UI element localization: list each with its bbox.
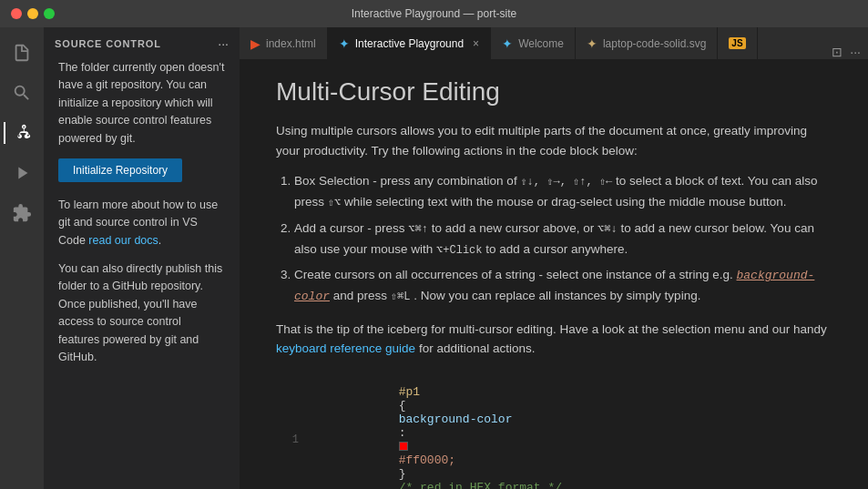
color-swatch-red [399,442,408,451]
code-line-1: 1 #p1 { background-color : #ff0000; } /*… [276,370,832,489]
run-icon[interactable] [4,155,40,191]
maximize-button[interactable] [44,8,55,19]
sidebar-publish-text: You can also directly publish this folde… [58,260,225,366]
doc-title: Multi-Cursor Editing [276,77,832,107]
tab-welcome-label: Welcome [518,37,564,50]
tab-interactive-playground[interactable]: ✦ Interactive Playground × [328,27,491,59]
sidebar-header: SOURCE CONTROL ··· [44,27,240,59]
sidebar-repo-text: The folder currently open doesn't have a… [58,59,225,148]
title-bar: Interactive Playground — port-site [0,0,868,27]
traffic-lights [11,8,55,19]
sidebar-title: SOURCE CONTROL [55,38,161,49]
sidebar-menu-icon[interactable]: ··· [218,36,229,51]
extensions-icon[interactable] [4,195,40,231]
initialize-repository-button[interactable]: Initialize Repository [58,158,182,182]
tab-actions: ⊡ ··· [824,45,868,59]
keyboard-reference-link[interactable]: keyboard reference guide [276,341,415,355]
window-title: Interactive Playground — port-site [352,7,516,20]
files-icon[interactable] [4,35,40,71]
tab-svg[interactable]: ✦ laptop-code-solid.svg [576,27,718,59]
doc-intro: Using multiple cursors allows you to edi… [276,121,832,160]
list-item: Add a cursor - press ⌥⌘↑ to add a new cu… [294,219,832,260]
tab-js[interactable]: JS [718,27,757,59]
welcome-file-icon: ✦ [502,36,513,51]
close-button[interactable] [11,8,22,19]
sidebar-learn-text: To learn more about how to use git and s… [58,197,225,250]
minimize-button[interactable] [27,8,38,19]
list-item: Box Selection - press any combination of… [294,171,832,213]
split-editor-icon[interactable]: ⊡ [832,45,842,59]
tab-bar: ▶ index.html ✦ Interactive Playground × … [240,27,868,59]
interactive-file-icon: ✦ [339,36,350,51]
html-file-icon: ▶ [250,36,260,51]
sidebar-content: The folder currently open doesn't have a… [44,59,240,489]
editor-content: Multi-Cursor Editing Using multiple curs… [240,59,868,489]
tab-index-label: index.html [266,37,316,50]
more-actions-icon[interactable]: ··· [850,45,861,59]
tab-welcome[interactable]: ✦ Welcome [491,27,576,59]
sidebar: SOURCE CONTROL ··· The folder currently … [44,27,240,489]
svg-file-icon: ✦ [587,36,597,51]
tab-interactive-label: Interactive Playground [355,37,464,50]
js-file-icon: JS [729,37,745,49]
search-icon[interactable] [4,75,40,111]
tab-svg-label: laptop-code-solid.svg [603,37,706,50]
code-block[interactable]: 1 #p1 { background-color : #ff0000; } /*… [276,370,832,489]
tab-index-html[interactable]: ▶ index.html [240,27,328,59]
activity-bar [0,27,44,489]
list-item: Create cursors on all occurrences of a s… [294,265,832,306]
doc-list: Box Selection - press any combination of… [294,171,832,306]
doc-outro: That is the tip of the iceberg for multi… [276,320,832,359]
editor-area: ▶ index.html ✦ Interactive Playground × … [240,27,868,489]
tab-interactive-close[interactable]: × [473,37,479,50]
read-docs-link[interactable]: read our docs [88,234,158,247]
source-control-icon[interactable] [4,115,40,151]
